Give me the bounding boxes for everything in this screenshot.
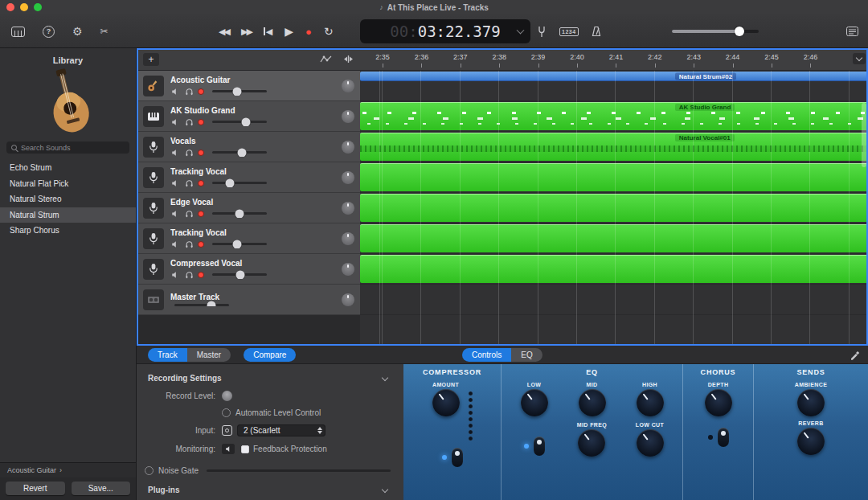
eq-power-switch[interactable]: [534, 436, 545, 456]
sound-list-item[interactable]: Sharp Chorus: [0, 223, 136, 239]
pan-knob[interactable]: [342, 171, 354, 184]
go-to-beginning-button[interactable]: ◀: [264, 27, 272, 37]
eq-high-knob[interactable]: [637, 389, 664, 416]
timeline-lane[interactable]: Natural Vocal#01: [360, 132, 868, 162]
eq-mid-freq-knob[interactable]: [578, 429, 605, 457]
volume-thumb[interactable]: [242, 117, 251, 126]
plugins-header[interactable]: Plug-ins: [145, 484, 391, 496]
quick-help-button[interactable]: ?: [43, 26, 55, 38]
track-volume-slider[interactable]: [212, 182, 267, 184]
tab-track[interactable]: Track: [148, 348, 187, 362]
track-header[interactable]: Master Track: [137, 285, 360, 315]
rewind-button[interactable]: ◀◀: [219, 27, 229, 37]
track-volume-slider[interactable]: [212, 212, 267, 215]
record-enable-button[interactable]: [198, 211, 204, 217]
record-button[interactable]: ●: [305, 26, 312, 38]
record-enable-button[interactable]: [198, 180, 204, 186]
track-header[interactable]: Tracking Vocal: [137, 223, 360, 254]
pan-knob[interactable]: [342, 110, 354, 123]
pan-knob[interactable]: [342, 80, 354, 92]
chorus-depth-knob[interactable]: [705, 389, 732, 416]
lcd-display[interactable]: 00:03:22.379: [360, 19, 530, 43]
play-button[interactable]: ▶: [285, 25, 293, 38]
sound-list-item[interactable]: Natural Strum: [0, 207, 136, 223]
mute-button[interactable]: [170, 240, 180, 248]
count-in-button[interactable]: 1234: [559, 27, 579, 36]
record-enable-button[interactable]: [198, 272, 204, 278]
record-enable-button[interactable]: [198, 241, 204, 248]
region[interactable]: Natural Strum#02: [360, 72, 868, 81]
close-window-button[interactable]: [6, 3, 14, 11]
add-track-button[interactable]: +: [143, 53, 159, 66]
track-header[interactable]: Compressed Vocal: [137, 254, 360, 285]
compare-button[interactable]: Compare: [244, 348, 296, 362]
solo-button[interactable]: [184, 240, 194, 248]
track-header[interactable]: Vocals: [137, 132, 360, 162]
volume-thumb[interactable]: [238, 148, 247, 157]
search-sounds-field[interactable]: Search Sounds: [6, 141, 129, 154]
track-volume-slider[interactable]: [212, 90, 267, 92]
mute-button[interactable]: [170, 209, 180, 218]
track-volume-slider[interactable]: [174, 304, 229, 306]
noise-gate-checkbox[interactable]: [145, 466, 154, 475]
solo-button[interactable]: [184, 209, 194, 218]
record-enable-button[interactable]: [198, 150, 204, 156]
library-toggle-button[interactable]: [11, 27, 25, 37]
feedback-protection-checkbox[interactable]: [241, 445, 249, 453]
pan-knob[interactable]: [342, 293, 354, 306]
track-header[interactable]: AK Studio Grand: [137, 101, 360, 132]
timeline-lane[interactable]: [360, 254, 868, 285]
solo-button[interactable]: [184, 270, 194, 279]
noise-gate-slider[interactable]: [207, 469, 391, 472]
sound-list-item[interactable]: Echo Strum: [0, 160, 136, 176]
timeline-lane[interactable]: Natural Strum#02: [360, 71, 868, 101]
pan-knob[interactable]: [342, 141, 354, 154]
timeline-ruler[interactable]: 2:352:362:372:382:392:402:412:422:432:44…: [360, 48, 868, 71]
track-header[interactable]: Tracking Vocal: [137, 162, 360, 193]
timeline-lane[interactable]: [360, 223, 868, 254]
master-volume-thumb[interactable]: [735, 27, 744, 36]
eq-low-knob[interactable]: [521, 389, 548, 416]
mute-button[interactable]: [170, 148, 180, 157]
lcd-mode-chevron-icon[interactable]: [517, 27, 525, 35]
mute-button[interactable]: [170, 87, 180, 96]
recording-settings-header[interactable]: Recording Settings: [145, 372, 391, 384]
tools-icon[interactable]: [850, 349, 860, 363]
save-button[interactable]: Save...: [72, 482, 131, 495]
chevron-down-icon[interactable]: [382, 486, 388, 492]
record-level-knob[interactable]: [222, 391, 232, 401]
volume-thumb[interactable]: [236, 270, 245, 279]
zoom-window-button[interactable]: [34, 3, 42, 11]
input-format-button[interactable]: [222, 425, 232, 436]
patch-breadcrumb[interactable]: Acoustic Guitar ›: [0, 462, 136, 477]
cycle-button[interactable]: ↻: [324, 25, 334, 38]
pan-knob[interactable]: [342, 232, 354, 245]
volume-thumb[interactable]: [225, 178, 234, 187]
timeline-body[interactable]: Natural Strum#02AK Studio GrandNatural V…: [360, 71, 868, 346]
pan-knob[interactable]: [342, 263, 354, 276]
ambience-knob[interactable]: [797, 389, 825, 416]
minimize-window-button[interactable]: [20, 3, 28, 11]
track-volume-slider[interactable]: [212, 243, 267, 245]
track-header[interactable]: Acoustic Guitar: [137, 71, 360, 101]
timeline-corner-button[interactable]: [853, 53, 866, 64]
track-volume-slider[interactable]: [212, 273, 267, 276]
timeline-lane[interactable]: [360, 193, 868, 223]
region[interactable]: [360, 255, 868, 283]
master-volume-slider[interactable]: [672, 30, 759, 33]
reverb-knob[interactable]: [797, 428, 825, 455]
tuning-fork-icon[interactable]: [537, 26, 547, 38]
tab-controls[interactable]: Controls: [462, 348, 511, 362]
scissors-button[interactable]: ✂: [100, 26, 108, 37]
pan-knob[interactable]: [342, 202, 354, 215]
tab-master[interactable]: Master: [187, 348, 231, 362]
mute-button[interactable]: [170, 117, 180, 126]
auto-level-checkbox[interactable]: [222, 408, 231, 417]
volume-thumb[interactable]: [235, 209, 244, 218]
region[interactable]: [360, 194, 868, 222]
record-enable-button[interactable]: [198, 88, 204, 95]
region[interactable]: AK Studio Grand: [360, 102, 868, 130]
monitoring-speaker-button[interactable]: [222, 444, 235, 454]
mute-button[interactable]: [170, 270, 180, 279]
track-volume-slider[interactable]: [212, 121, 267, 123]
